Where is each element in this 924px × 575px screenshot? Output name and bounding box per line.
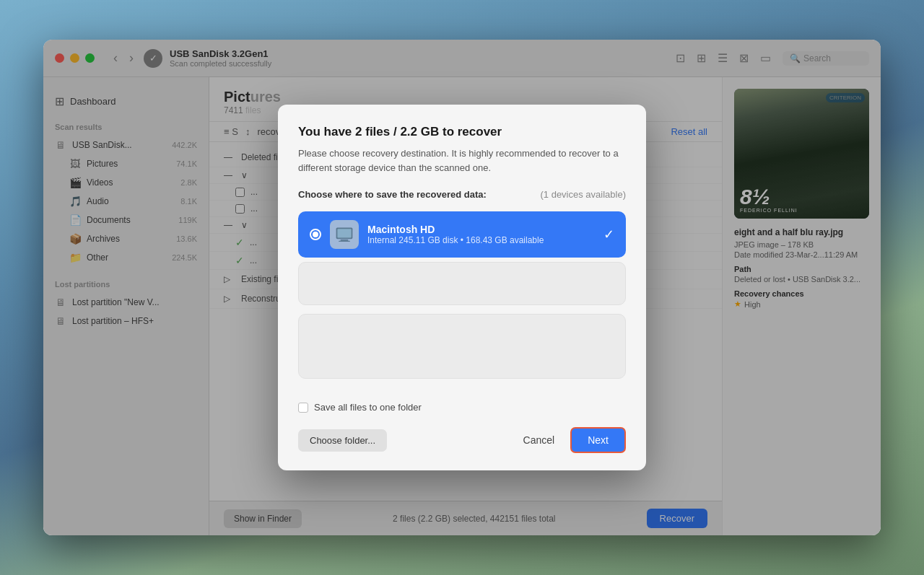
next-button[interactable]: Next	[570, 427, 626, 453]
modal-devices-label: (1 devices available)	[540, 189, 626, 200]
device-slot-empty-2	[298, 314, 626, 379]
device-check-icon: ✓	[603, 227, 614, 242]
modal-overlay: You have 2 files / 2.2 GB to recover Ple…	[43, 40, 881, 535]
device-radio-inner	[313, 232, 318, 237]
device-radio	[310, 229, 321, 240]
save-to-one-folder-checkbox[interactable]	[298, 403, 308, 413]
modal-description: Please choose recovery destination. It i…	[298, 146, 626, 175]
device-name: Macintosh HD	[367, 224, 595, 235]
modal-content: You have 2 files / 2.2 GB to recover Ple…	[278, 105, 646, 470]
svg-rect-2	[341, 240, 349, 241]
modal-title: You have 2 files / 2.2 GB to recover	[298, 125, 626, 139]
macintosh-hd-icon	[334, 224, 354, 245]
device-slot-empty-1	[298, 262, 626, 305]
modal-footer: Choose folder... Cancel Next	[298, 427, 626, 453]
modal-choose-row: Choose where to save the recovered data:…	[298, 189, 626, 203]
checkbox-label: Save all files to one folder	[314, 402, 422, 413]
app-window: ‹ › ✓ USB SanDisk 3.2Gen1 Scan completed…	[43, 40, 881, 535]
device-info: Macintosh HD Internal 245.11 GB disk • 1…	[367, 224, 595, 245]
recovery-modal: You have 2 files / 2.2 GB to recover Ple…	[278, 105, 646, 470]
modal-choose-label: Choose where to save the recovered data:	[298, 189, 487, 200]
choose-folder-button[interactable]: Choose folder...	[298, 429, 387, 452]
device-detail: Internal 245.11 GB disk • 168.43 GB avai…	[367, 235, 595, 245]
device-item-macintosh-hd[interactable]: Macintosh HD Internal 245.11 GB disk • 1…	[298, 211, 626, 258]
svg-rect-3	[339, 241, 350, 242]
modal-right-buttons: Cancel Next	[515, 427, 626, 453]
cancel-button[interactable]: Cancel	[515, 427, 564, 453]
svg-rect-1	[337, 229, 351, 237]
device-icon-wrapper	[330, 220, 359, 249]
device-list: Macintosh HD Internal 245.11 GB disk • 1…	[298, 211, 626, 390]
checkbox-row: Save all files to one folder	[298, 402, 626, 413]
